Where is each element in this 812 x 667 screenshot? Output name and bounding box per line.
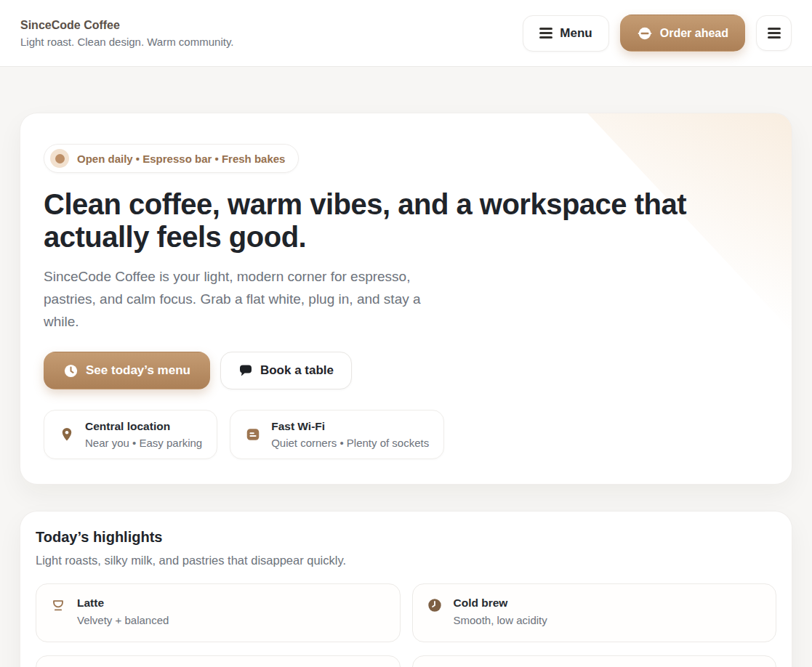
highlight-card-text: Latte Velvety + balanced — [77, 597, 169, 626]
info-card-subtitle: Near you • Easy parking — [85, 437, 202, 449]
info-card-subtitle: Quiet corners • Plenty of sockets — [271, 437, 429, 449]
hero-info-row: Central location Near you • Easy parking… — [44, 410, 768, 459]
page-main: Open daily • Espresso bar • Fresh bakes … — [0, 67, 812, 667]
hero-description: SinceCode Coffee is your light, modern c… — [44, 265, 454, 333]
info-card-text: Fast Wi-Fi Quiet corners • Plenty of soc… — [271, 420, 429, 449]
order-ahead-label: Order ahead — [660, 27, 728, 40]
header-actions: Menu Order ahead — [523, 15, 792, 52]
highlight-card-coldbrew: Cold brew Smooth, low acidity — [412, 583, 777, 642]
chat-bubble-icon — [238, 363, 253, 378]
menu-button-label: Menu — [560, 26, 592, 41]
highlight-card-text: Cold brew Smooth, low acidity — [454, 597, 547, 626]
see-menu-button[interactable]: See today’s menu — [44, 352, 210, 389]
clock-icon — [427, 597, 443, 613]
highlights-section: Today’s highlights Light roasts, silky m… — [20, 511, 792, 667]
cta-row: See today’s menu Book a table — [44, 352, 768, 389]
hamburger-icon — [539, 28, 552, 38]
highlight-card-subtitle: Velvety + balanced — [77, 614, 169, 626]
highlights-subtitle: Light roasts, silky milk, and pastries t… — [36, 554, 776, 567]
info-card-title: Central location — [85, 420, 202, 433]
coffee-bean-icon — [637, 25, 653, 41]
highlights-grid: Latte Velvety + balanced Cold brew Smoot… — [36, 583, 776, 667]
highlight-card-title: Cold brew — [454, 597, 547, 610]
info-card-text: Central location Near you • Easy parking — [85, 420, 202, 449]
brand-tagline: Light roast. Clean design. Warm communit… — [20, 36, 233, 48]
highlight-card-title: Latte — [77, 597, 169, 610]
highlight-card-subtitle: Smooth, low acidity — [454, 614, 547, 626]
status-badge: Open daily • Espresso bar • Fresh bakes — [44, 144, 299, 173]
hamburger-icon — [768, 28, 781, 38]
clock-icon — [63, 363, 79, 379]
highlight-card-partial — [412, 655, 777, 667]
see-menu-label: See today’s menu — [86, 363, 190, 378]
hero-card: Open daily • Espresso bar • Fresh bakes … — [20, 113, 792, 485]
menu-button[interactable]: Menu — [523, 15, 608, 52]
overflow-menu-button[interactable] — [756, 15, 792, 51]
order-ahead-button[interactable]: Order ahead — [620, 15, 745, 52]
book-table-button[interactable]: Book a table — [220, 352, 352, 389]
highlight-card-partial — [36, 655, 401, 667]
info-card-wifi: Fast Wi-Fi Quiet corners • Plenty of soc… — [230, 410, 444, 459]
highlight-card-latte: Latte Velvety + balanced — [36, 583, 401, 642]
info-card-title: Fast Wi-Fi — [271, 420, 429, 433]
badge-text: Open daily • Espresso bar • Fresh bakes — [77, 153, 285, 165]
site-header: SinceCode Coffee Light roast. Clean desi… — [0, 0, 812, 67]
coffee-cup-icon — [50, 597, 66, 613]
badge-dot-icon — [50, 149, 69, 168]
highlights-title: Today’s highlights — [36, 529, 776, 546]
book-table-label: Book a table — [260, 363, 334, 378]
map-pin-icon — [59, 427, 75, 442]
hero-heading: Clean coffee, warm vibes, and a workspac… — [44, 188, 741, 254]
wifi-router-icon — [245, 427, 261, 442]
brand-block: SinceCode Coffee Light roast. Clean desi… — [20, 19, 233, 48]
brand-title: SinceCode Coffee — [20, 19, 233, 32]
info-card-location: Central location Near you • Easy parking — [44, 410, 217, 459]
